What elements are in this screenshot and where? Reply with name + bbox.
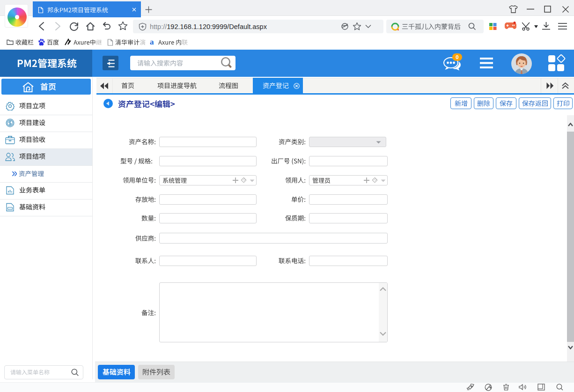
svg-text:a: a	[150, 38, 154, 46]
